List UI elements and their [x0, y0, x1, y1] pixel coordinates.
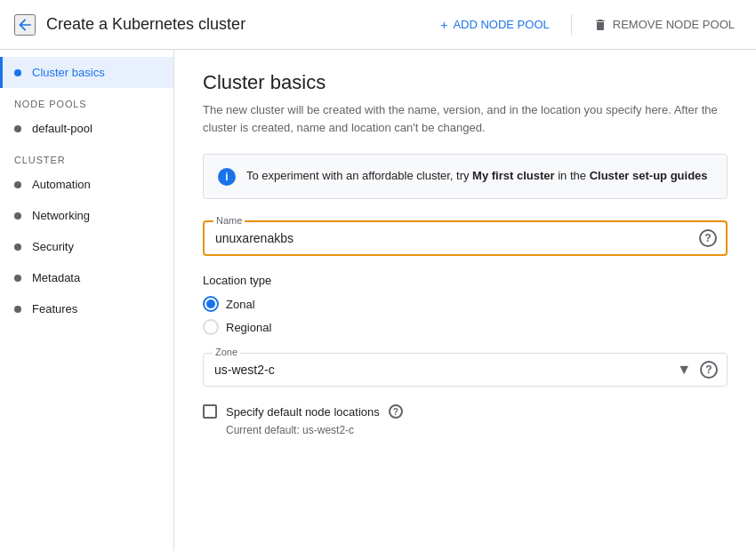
layout: Cluster basics NODE POOLS default-pool C…: [0, 50, 756, 551]
trash-icon: [593, 18, 607, 32]
sidebar-item-automation[interactable]: Automation: [0, 169, 173, 200]
radio-label-zonal: Zonal: [226, 298, 255, 311]
main-description: The new cluster will be created with the…: [203, 101, 728, 136]
sidebar-item-security[interactable]: Security: [0, 231, 173, 262]
radio-zonal[interactable]: Zonal: [203, 296, 728, 312]
header: Create a Kubernetes cluster + ADD NODE P…: [0, 0, 756, 50]
page-title: Create a Kubernetes cluster: [46, 15, 433, 34]
info-box: i To experiment with an affordable clust…: [203, 154, 728, 199]
back-button[interactable]: [14, 14, 36, 36]
zone-dropdown[interactable]: Zone us-west2-c ▼ ?: [203, 353, 728, 387]
info-link-2[interactable]: Cluster set-up guides: [590, 169, 708, 182]
name-field-group: Name ?: [203, 220, 728, 256]
sidebar-item-cluster-basics[interactable]: Cluster basics: [0, 57, 173, 88]
info-text: To experiment with an affordable cluster…: [246, 167, 708, 185]
sidebar-section-cluster: CLUSTER: [0, 144, 173, 169]
name-field-wrapper: Name ?: [203, 220, 728, 256]
sidebar-item-label: Cluster basics: [32, 66, 105, 79]
add-node-pool-button[interactable]: + ADD NODE POOL: [433, 12, 557, 37]
info-icon: i: [218, 168, 236, 186]
sidebar-section-node-pools: NODE POOLS: [0, 88, 173, 113]
main-title: Cluster basics: [203, 71, 728, 94]
sidebar-dot: [14, 181, 21, 188]
location-type-group: Location type Zonal Regional: [203, 274, 728, 335]
zone-help-icon[interactable]: ?: [700, 361, 718, 379]
main-content: Cluster basics The new cluster will be c…: [174, 50, 756, 551]
sidebar-item-default-pool[interactable]: default-pool: [0, 113, 173, 144]
sidebar-item-features[interactable]: Features: [0, 293, 173, 324]
sidebar-item-label: Networking: [32, 209, 90, 222]
radio-regional[interactable]: Regional: [203, 319, 728, 335]
location-type-label: Location type: [203, 274, 728, 287]
sidebar-dot: [14, 244, 21, 251]
sidebar-dot: [14, 125, 21, 132]
name-help-icon[interactable]: ?: [699, 229, 717, 247]
sidebar-item-label: default-pool: [32, 122, 92, 135]
sidebar-dot: [14, 212, 21, 220]
sidebar-item-label: Automation: [32, 178, 91, 191]
dropdown-arrow-icon: ▼: [677, 362, 691, 378]
remove-node-pool-button[interactable]: REMOVE NODE POOL: [586, 12, 742, 37]
info-link-1[interactable]: My first cluster: [472, 169, 554, 182]
sidebar-item-networking[interactable]: Networking: [0, 200, 173, 231]
name-field-label: Name: [213, 215, 245, 226]
add-node-label: ADD NODE POOL: [453, 18, 549, 31]
remove-node-label: REMOVE NODE POOL: [613, 18, 735, 31]
name-input[interactable]: [205, 222, 699, 254]
radio-circle-regional: [203, 319, 219, 335]
sidebar-dot: [14, 69, 21, 76]
radio-label-regional: Regional: [226, 321, 271, 334]
header-actions: + ADD NODE POOL REMOVE NODE POOL: [433, 12, 742, 37]
plus-icon: +: [440, 18, 447, 32]
sidebar-item-metadata[interactable]: Metadata: [0, 262, 173, 293]
specify-locations-label: Specify default node locations: [226, 405, 380, 419]
zone-label: Zone: [213, 347, 240, 357]
sidebar-item-label: Security: [32, 240, 74, 253]
sidebar-item-label: Features: [32, 302, 77, 315]
sidebar-dot: [14, 275, 21, 282]
current-default-text: Current default: us-west2-c: [226, 424, 728, 436]
sidebar-dot: [14, 306, 21, 313]
zone-value: us-west2-c: [204, 354, 677, 386]
specify-locations-checkbox[interactable]: [203, 404, 217, 419]
divider: [571, 14, 572, 36]
radio-group: Zonal Regional: [203, 296, 728, 335]
sidebar: Cluster basics NODE POOLS default-pool C…: [0, 50, 174, 551]
sidebar-item-label: Metadata: [32, 271, 80, 284]
radio-circle-zonal: [203, 296, 219, 312]
specify-locations-row[interactable]: Specify default node locations ?: [203, 404, 728, 419]
specify-locations-help-icon[interactable]: ?: [389, 404, 403, 419]
